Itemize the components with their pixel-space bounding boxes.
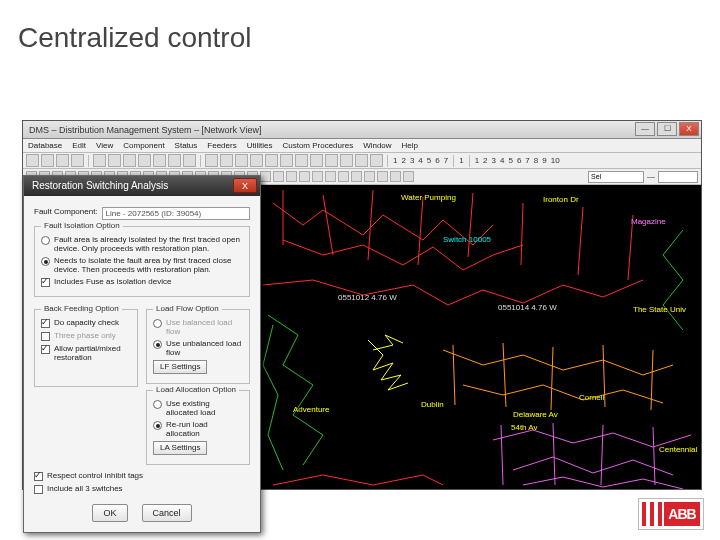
toolbar-number[interactable]: 7 <box>443 156 449 165</box>
check-capacity[interactable] <box>41 319 50 328</box>
toolbar-number[interactable]: 7 <box>524 156 530 165</box>
tool-button[interactable] <box>340 154 353 167</box>
radio-already-isolated[interactable] <box>41 236 50 245</box>
check-include-fuse[interactable] <box>41 278 50 287</box>
menu-custom-procedures[interactable]: Custom Procedures <box>277 139 358 152</box>
tool-button[interactable] <box>41 154 54 167</box>
map-label-state-univ: The State Univ <box>633 305 686 314</box>
radio-unbalanced[interactable] <box>153 340 162 349</box>
tool-button[interactable] <box>123 154 136 167</box>
menu-component[interactable]: Component <box>118 139 169 152</box>
toolbar-dash: — <box>646 172 656 181</box>
tool-button[interactable] <box>370 154 383 167</box>
toolbar-separator <box>200 155 201 167</box>
fault-component-label: Fault Component: <box>34 207 98 216</box>
tool-button[interactable] <box>364 171 375 182</box>
tool-button[interactable] <box>310 154 323 167</box>
map-label-delaware: Delaware Av <box>513 410 558 419</box>
tool-button[interactable] <box>168 154 181 167</box>
tool-button[interactable] <box>390 171 401 182</box>
map-label-ironton: Ironton Dr <box>543 195 579 204</box>
menu-help[interactable]: Help <box>397 139 423 152</box>
toolbar-number[interactable]: 2 <box>400 156 406 165</box>
toolbar-number[interactable]: 3 <box>491 156 497 165</box>
window-minimize-button[interactable]: — <box>635 122 655 136</box>
la-settings-button[interactable]: LA Settings <box>153 441 207 455</box>
lf-settings-button[interactable]: LF Settings <box>153 360 207 374</box>
toolbar-number[interactable]: 1 <box>392 156 398 165</box>
tool-button[interactable] <box>312 171 323 182</box>
tool-button[interactable] <box>351 171 362 182</box>
tool-button[interactable] <box>260 171 271 182</box>
toolbar-number[interactable]: 6 <box>516 156 522 165</box>
radio-existing-alloc-label: Use existing allocated load <box>166 399 243 417</box>
tool-button[interactable] <box>71 154 84 167</box>
toolbar-number[interactable]: 3 <box>409 156 415 165</box>
toolbar-number[interactable]: 9 <box>541 156 547 165</box>
tool-button[interactable] <box>286 171 297 182</box>
menu-view[interactable]: View <box>91 139 118 152</box>
menu-database[interactable]: Database <box>23 139 67 152</box>
window-title-text: DMS – Distribution Management System – [… <box>29 125 261 135</box>
toolbar-number[interactable]: 5 <box>426 156 432 165</box>
toolbar-number[interactable]: 1 <box>474 156 480 165</box>
toolbar-number[interactable]: 1 <box>458 156 464 165</box>
toolbar-number[interactable]: 4 <box>417 156 423 165</box>
tool-button[interactable] <box>299 171 310 182</box>
map-label-node-b: 0551014 4.76 W <box>498 303 557 312</box>
window-maximize-button[interactable]: ☐ <box>657 122 677 136</box>
tool-button[interactable] <box>250 154 263 167</box>
dialog-close-button[interactable]: X <box>233 178 257 193</box>
ok-button[interactable]: OK <box>92 504 127 522</box>
toolbar-number[interactable]: 2 <box>482 156 488 165</box>
check-include-all3[interactable] <box>34 485 43 494</box>
menu-feeders[interactable]: Feeders <box>202 139 241 152</box>
tool-button[interactable] <box>220 154 233 167</box>
radio-needs-isolate-label: Needs to isolate the fault area by first… <box>54 256 243 274</box>
tool-button[interactable] <box>183 154 196 167</box>
window-close-button[interactable]: X <box>679 122 699 136</box>
cancel-button[interactable]: Cancel <box>142 504 192 522</box>
tool-button[interactable] <box>325 171 336 182</box>
tool-button[interactable] <box>93 154 106 167</box>
tool-button[interactable] <box>338 171 349 182</box>
toolbar-number[interactable]: 4 <box>499 156 505 165</box>
toolbar-number[interactable]: 6 <box>434 156 440 165</box>
tool-button[interactable] <box>205 154 218 167</box>
tool-button[interactable] <box>355 154 368 167</box>
toolbar-number[interactable]: 10 <box>550 156 561 165</box>
tool-button[interactable] <box>26 154 39 167</box>
tool-button[interactable] <box>265 154 278 167</box>
radio-unbalanced-label: Use unbalanced load flow <box>166 339 243 357</box>
tool-button[interactable] <box>56 154 69 167</box>
tool-button[interactable] <box>153 154 166 167</box>
toolbar-number[interactable]: 8 <box>533 156 539 165</box>
menu-window[interactable]: Window <box>358 139 396 152</box>
check-three-phase[interactable] <box>41 332 50 341</box>
map-label-magazine: Magazine <box>631 217 666 226</box>
menu-status[interactable]: Status <box>170 139 203 152</box>
radio-rerun-alloc[interactable] <box>153 421 162 430</box>
menu-utilities[interactable]: Utilities <box>242 139 278 152</box>
fault-isolation-legend: Fault Isolation Option <box>41 221 123 230</box>
toolbar-select[interactable] <box>658 171 698 183</box>
radio-existing-alloc[interactable] <box>153 400 162 409</box>
check-respect-inhibit[interactable] <box>34 472 43 481</box>
check-allow-partial[interactable] <box>41 345 50 354</box>
radio-needs-isolate[interactable] <box>41 257 50 266</box>
toolbar-select[interactable]: Sel <box>588 171 644 183</box>
radio-balanced[interactable] <box>153 319 162 328</box>
tool-button[interactable] <box>235 154 248 167</box>
tool-button[interactable] <box>377 171 388 182</box>
toolbar-number[interactable]: 5 <box>507 156 513 165</box>
tool-button[interactable] <box>273 171 284 182</box>
tool-button[interactable] <box>108 154 121 167</box>
tool-button[interactable] <box>138 154 151 167</box>
tool-button[interactable] <box>295 154 308 167</box>
tool-button[interactable] <box>403 171 414 182</box>
check-allow-partial-label: Allow partial/mixed restoration <box>54 344 131 362</box>
tool-button[interactable] <box>325 154 338 167</box>
fault-component-input[interactable]: Line - 2072565 (ID: 39054) <box>102 207 250 220</box>
tool-button[interactable] <box>280 154 293 167</box>
menu-edit[interactable]: Edit <box>67 139 91 152</box>
